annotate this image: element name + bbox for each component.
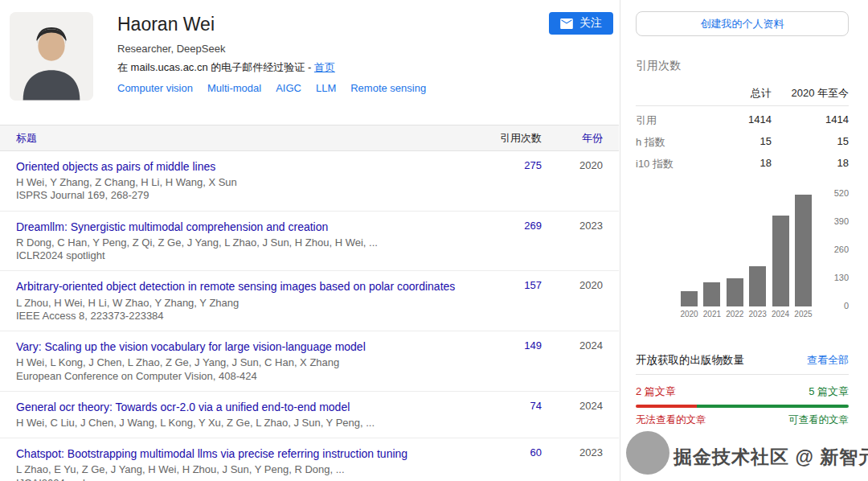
chart-x-label: 2025: [794, 310, 812, 319]
stats-row-label: h 指数: [636, 135, 715, 150]
article-row: Oriented objects as pairs of middle line…: [0, 151, 619, 212]
article-row: Vary: Scaling up the vision vocabulary f…: [0, 331, 619, 392]
watermark-logo-circle: [626, 431, 669, 475]
follow-button[interactable]: 关注: [549, 12, 613, 35]
article-cited-count-link[interactable]: 157: [490, 279, 542, 291]
chart-y-tick: 0: [844, 301, 849, 310]
interest-link[interactable]: AIGC: [276, 82, 301, 94]
stats-row-label: i10 指数: [636, 157, 715, 171]
article-title-link[interactable]: Oriented objects as pairs of middle line…: [16, 159, 466, 174]
article-row: Dreamllm: Synergistic multimodal compreh…: [0, 212, 619, 272]
chart-bar[interactable]: 2023: [749, 194, 766, 306]
article-year: 2023: [542, 220, 603, 232]
chart-bar[interactable]: 2022: [727, 194, 743, 306]
open-access-progress-bar: [636, 405, 849, 408]
not-available-label: 无法查看的文章: [636, 413, 706, 427]
article-cited-count-link[interactable]: 60: [490, 446, 542, 458]
chart-x-label: 2020: [680, 310, 698, 319]
verified-email-label: 在 mails.ucas.ac.cn 的电子邮件经过验证 -: [117, 61, 314, 73]
article-year: 2024: [542, 339, 603, 352]
article-year: 2024: [542, 400, 603, 412]
chart-x-label: 2024: [772, 310, 789, 319]
stats-row-all-value: 15: [715, 135, 772, 150]
article-main: Arbitrary-oriented object detection in r…: [16, 279, 490, 323]
article-cited-count-link[interactable]: 275: [490, 159, 542, 171]
mail-icon: [560, 18, 573, 29]
article-authors: H Wei, C Liu, J Chen, J Wang, L Kong, Y …: [16, 417, 466, 430]
page-title: Haoran Wei: [117, 14, 440, 35]
person-portrait-image: [10, 12, 93, 101]
article-row: General ocr theory: Towards ocr-2.0 via …: [0, 392, 619, 438]
stats-row-since-value: 15: [772, 135, 849, 150]
homepage-link[interactable]: 首页: [314, 61, 335, 73]
interest-link[interactable]: Multi-modal: [207, 82, 261, 94]
citation-stats-table: . 总计 2020 年至今 引用 1414 1414 h 指数 15 15 i1…: [636, 86, 849, 171]
article-main: Oriented objects as pairs of middle line…: [16, 159, 490, 203]
citation-stats-row: h 指数 15 15: [636, 128, 849, 150]
stats-row-since-value: 18: [772, 157, 849, 171]
cited-by-column-header: 引用次数: [490, 131, 542, 146]
citation-stats-header: . 总计 2020 年至今: [636, 86, 849, 106]
open-access-section: 开放获取的出版物数量 查看全部 2 篇文章 5 篇文章 无法查看的文章 可查看的…: [636, 353, 849, 427]
article-title-link[interactable]: Chatspot: Bootstrapping multimodal llms …: [16, 446, 466, 461]
sort-by-year-link[interactable]: 年份: [542, 131, 603, 146]
article-row: Arbitrary-oriented object detection in r…: [0, 271, 619, 331]
article-cited-count-link[interactable]: 74: [490, 400, 542, 412]
article-venue: IJCAI2024 oral: [16, 477, 466, 481]
chart-y-tick: 130: [834, 273, 849, 282]
articles-list: Oriented objects as pairs of middle line…: [0, 151, 619, 481]
article-title-link[interactable]: General ocr theory: Towards ocr-2.0 via …: [16, 400, 466, 414]
article-title-link[interactable]: Vary: Scaling up the vision vocabulary f…: [16, 339, 466, 354]
article-year: 2023: [542, 446, 603, 458]
stats-row-since-value: 1414: [772, 113, 849, 128]
available-label: 可查看的文章: [788, 413, 849, 427]
article-authors: H Wei, Y Zhang, Z Chang, H Li, H Wang, X…: [16, 176, 466, 189]
interest-link[interactable]: LLM: [316, 82, 336, 94]
view-all-link[interactable]: 查看全部: [807, 353, 849, 368]
profile-header: Haoran Wei Researcher, DeepSeek 在 mails.…: [0, 0, 619, 101]
chart-x-label: 2021: [703, 310, 721, 319]
citations-chart-yaxis: 5203902601300: [817, 189, 849, 326]
stats-col-all: 总计: [715, 86, 772, 101]
article-title-link[interactable]: Arbitrary-oriented object detection in r…: [16, 279, 466, 294]
article-main: Dreamllm: Synergistic multimodal compreh…: [16, 220, 490, 263]
citations-chart-bars: 202020212022202320242025: [681, 194, 812, 306]
article-main: Vary: Scaling up the vision vocabulary f…: [16, 339, 490, 383]
scholar-profile-page: Haoran Wei Researcher, DeepSeek 在 mails.…: [0, 0, 868, 481]
article-cited-count-link[interactable]: 149: [490, 339, 542, 352]
article-venue: ICLR2024 spotlight: [16, 249, 466, 262]
sort-by-title-link[interactable]: 标题: [16, 131, 490, 146]
interest-link[interactable]: Computer vision: [117, 82, 193, 94]
follow-button-label: 关注: [579, 16, 602, 31]
chart-bar[interactable]: 2021: [703, 194, 720, 306]
profile-info: Haoran Wei Researcher, DeepSeek 在 mails.…: [117, 12, 440, 101]
chart-x-label: 2022: [726, 310, 743, 319]
article-venue: IEEE Access 8, 223373-223384: [16, 310, 466, 323]
available-count: 5 篇文章: [809, 384, 849, 399]
article-cited-count-link[interactable]: 269: [490, 220, 542, 232]
open-access-labels: 无法查看的文章 可查看的文章: [636, 413, 849, 427]
interest-link[interactable]: Remote sensing: [350, 82, 426, 94]
chart-bar[interactable]: 2025: [795, 194, 812, 306]
create-profile-button[interactable]: 创建我的个人资料: [636, 11, 849, 36]
chart-y-tick: 520: [834, 188, 849, 198]
open-access-counts: 2 篇文章 5 篇文章: [636, 384, 849, 399]
article-authors: H Wei, L Kong, J Chen, L Zhao, Z Ge, J Y…: [16, 356, 466, 369]
chart-bar[interactable]: 2024: [772, 194, 789, 306]
citation-stats-row: i10 指数 18 18: [636, 150, 849, 171]
chart-y-tick: 260: [834, 245, 849, 254]
article-title-link[interactable]: Dreamllm: Synergistic multimodal compreh…: [16, 220, 466, 234]
articles-table-header: 标题 引用次数 年份: [0, 125, 619, 151]
article-venue: ISPRS Journal 169, 268-279: [16, 189, 466, 202]
chart-bar[interactable]: 2020: [681, 194, 698, 306]
citations-heading: 引用次数: [636, 59, 849, 73]
article-year: 2020: [542, 279, 603, 291]
article-authors: R Dong, C Han, Y Peng, Z Qi, Z Ge, J Yan…: [16, 236, 466, 249]
citation-stats-rows: 引用 1414 1414 h 指数 15 15 i10 指数 18 18: [636, 106, 849, 171]
article-authors: L Zhao, E Yu, Z Ge, J Yang, H Wei, H Zho…: [16, 463, 466, 476]
citations-chart: 202020212022202320242025 5203902601300: [636, 189, 849, 326]
stats-col-since: 2020 年至今: [772, 86, 849, 101]
affiliation-text: Researcher, DeepSeek: [117, 43, 440, 55]
watermark-text: 掘金技术社区 @ 新智元: [674, 445, 868, 470]
chart-x-label: 2023: [749, 310, 767, 319]
